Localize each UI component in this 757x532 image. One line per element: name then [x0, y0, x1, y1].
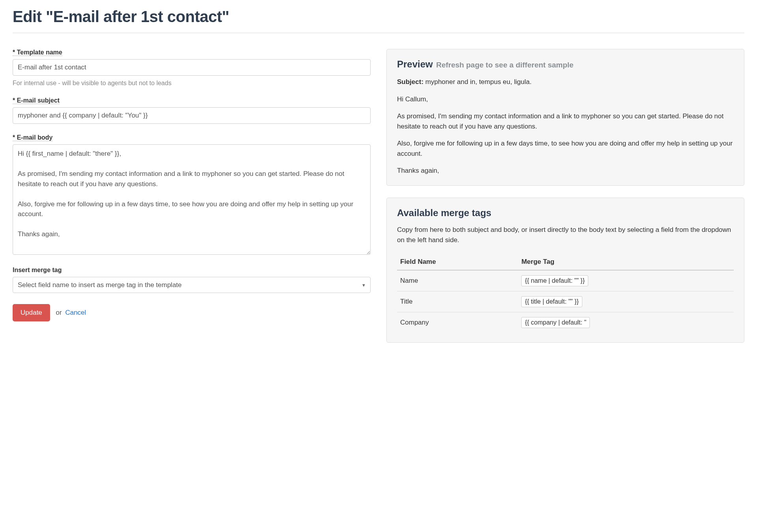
merge-col-field: Field Name: [397, 254, 518, 270]
merge-tags-panel: Available merge tags Copy from here to b…: [386, 198, 744, 343]
merge-col-tag: Merge Tag: [518, 254, 734, 270]
merge-tags-heading: Available merge tags: [397, 207, 491, 218]
update-button[interactable]: Update: [13, 304, 50, 321]
merge-field-name: Company: [397, 312, 518, 333]
merge-tags-info: Copy from here to both subject and body,…: [397, 225, 734, 246]
preview-heading: Preview: [397, 59, 433, 69]
preview-signoff: Thanks again,: [397, 166, 734, 176]
or-text: or: [56, 309, 62, 316]
preview-subheading: Refresh page to see a different sample: [436, 61, 573, 69]
edit-form: * Template name For internal use - will …: [13, 49, 371, 321]
cancel-link[interactable]: Cancel: [65, 309, 86, 316]
merge-tag-value[interactable]: {{ name | default: "" }}: [521, 275, 588, 286]
table-row: Company {{ company | default: ": [397, 312, 734, 333]
preview-paragraph-1: As promised, I'm sending my contact info…: [397, 111, 734, 131]
table-row: Title {{ title | default: "" }}: [397, 291, 734, 312]
preview-paragraph-2: Also, forgive me for following up in a f…: [397, 138, 734, 159]
email-subject-label: * E-mail subject: [13, 97, 371, 104]
preview-greeting: Hi Callum,: [397, 94, 734, 105]
merge-tags-table: Field Name Merge Tag Name {{ name | defa…: [397, 254, 734, 333]
merge-field-name: Name: [397, 270, 518, 291]
email-subject-input[interactable]: [13, 107, 371, 124]
table-row: Name {{ name | default: "" }}: [397, 270, 734, 291]
merge-tag-value[interactable]: {{ title | default: "" }}: [521, 296, 582, 307]
page-title: Edit "E-mail after 1st contact": [13, 8, 744, 26]
preview-panel: Preview Refresh page to see a different …: [386, 49, 744, 186]
preview-subject-label: Subject:: [397, 78, 423, 86]
title-divider: [13, 33, 744, 33]
merge-tag-value[interactable]: {{ company | default: ": [521, 317, 590, 328]
merge-field-name: Title: [397, 291, 518, 312]
preview-subject-value: myphoner and in, tempus eu, ligula.: [425, 78, 531, 86]
template-name-label: * Template name: [13, 49, 371, 56]
email-body-input[interactable]: Hi {{ first_name | default: "there" }}, …: [13, 144, 371, 255]
template-name-help: For internal use - will be visible to ag…: [13, 80, 371, 87]
email-body-label: * E-mail body: [13, 134, 371, 141]
insert-merge-tag-label: Insert merge tag: [13, 267, 371, 274]
template-name-input[interactable]: [13, 59, 371, 76]
insert-merge-tag-select[interactable]: Select field name to insert as merge tag…: [13, 277, 371, 293]
